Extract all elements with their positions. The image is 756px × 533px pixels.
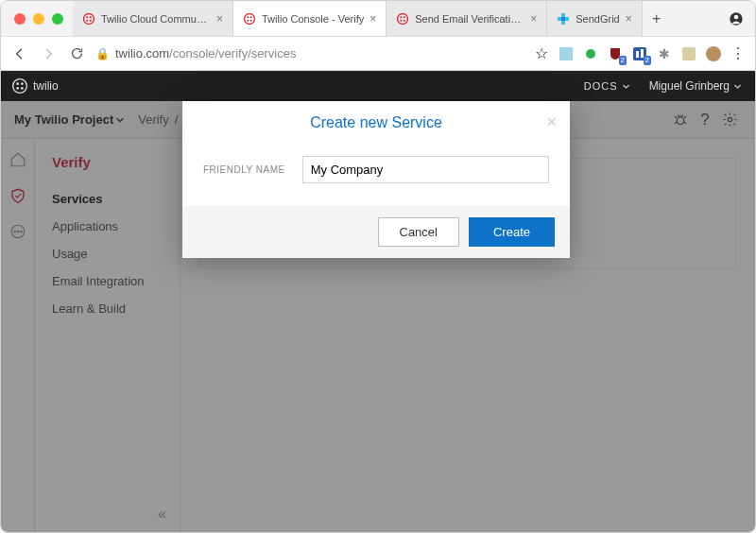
docs-link[interactable]: DOCS xyxy=(584,80,630,92)
modal-header: Create new Service × xyxy=(182,101,570,143)
friendly-name-input[interactable] xyxy=(302,156,549,183)
svg-rect-18 xyxy=(565,17,569,21)
lock-icon: 🔒 xyxy=(95,47,110,60)
close-tab-icon[interactable]: × xyxy=(530,12,537,26)
window-titlebar: Twilio Cloud Communicat × Twilio Console… xyxy=(1,1,755,37)
modal-title: Create new Service xyxy=(182,114,570,131)
browser-window: Twilio Cloud Communicat × Twilio Console… xyxy=(0,0,756,533)
svg-point-28 xyxy=(706,46,721,61)
svg-rect-25 xyxy=(636,51,639,58)
modal-body: FRIENDLY NAME xyxy=(182,143,570,206)
twilio-icon xyxy=(243,12,256,26)
svg-point-23 xyxy=(586,49,595,59)
tab-label: Send Email Verifications v xyxy=(415,13,524,25)
extension-icon[interactable]: ✱ xyxy=(657,46,672,61)
svg-rect-22 xyxy=(559,47,573,60)
tab-label: Twilio Console - Verify xyxy=(262,13,364,25)
browser-tab[interactable]: SendGrid × xyxy=(547,1,643,36)
browser-tab[interactable]: Twilio Cloud Communicat × xyxy=(73,1,233,36)
svg-point-10 xyxy=(398,13,408,24)
avatar-icon[interactable] xyxy=(706,46,721,61)
svg-rect-19 xyxy=(561,21,565,25)
extension-icon[interactable] xyxy=(583,46,598,61)
extension-icon[interactable]: 2 xyxy=(632,46,647,61)
close-tab-icon[interactable]: × xyxy=(626,12,632,26)
svg-point-1 xyxy=(86,16,88,18)
cancel-button[interactable]: Cancel xyxy=(378,217,459,247)
svg-point-5 xyxy=(245,13,255,24)
browser-tab[interactable]: Twilio Console - Verify × xyxy=(233,1,387,36)
back-button[interactable] xyxy=(10,44,29,63)
svg-point-12 xyxy=(404,16,405,18)
svg-point-7 xyxy=(250,16,252,18)
twilio-icon xyxy=(82,12,95,26)
twilio-icon xyxy=(396,12,409,26)
svg-point-30 xyxy=(16,82,19,85)
svg-point-4 xyxy=(90,19,92,21)
friendly-name-label: FRIENDLY NAME xyxy=(203,164,285,175)
svg-rect-27 xyxy=(682,47,696,60)
svg-point-21 xyxy=(734,14,739,19)
extension-icon[interactable] xyxy=(681,46,696,61)
ublock-icon[interactable]: 2 xyxy=(608,46,623,61)
profile-indicator-icon[interactable] xyxy=(717,11,755,26)
close-tab-icon[interactable]: × xyxy=(216,12,223,26)
tab-label: Twilio Cloud Communicat xyxy=(101,13,211,25)
close-tab-icon[interactable]: × xyxy=(369,12,376,26)
app-header: twilio DOCS Miguel Grinberg xyxy=(1,71,755,101)
close-window-button[interactable] xyxy=(14,13,26,25)
url-host: twilio.com xyxy=(115,46,169,60)
create-button[interactable]: Create xyxy=(469,217,555,247)
twilio-logo[interactable]: twilio xyxy=(12,78,59,94)
svg-point-9 xyxy=(250,19,252,21)
maximize-window-button[interactable] xyxy=(52,13,63,25)
tab-strip: Twilio Cloud Communicat × Twilio Console… xyxy=(73,1,717,36)
tab-label: SendGrid xyxy=(576,13,619,25)
svg-point-8 xyxy=(247,19,249,21)
svg-point-3 xyxy=(86,19,88,21)
close-modal-icon[interactable]: × xyxy=(546,112,557,132)
window-controls xyxy=(1,13,73,25)
svg-point-2 xyxy=(90,16,92,18)
sendgrid-icon xyxy=(557,12,570,26)
svg-point-11 xyxy=(400,16,402,18)
modal-footer: Cancel Create xyxy=(182,206,570,258)
svg-rect-17 xyxy=(561,17,565,21)
bookmark-icon[interactable]: ☆ xyxy=(534,46,549,61)
brand-name: twilio xyxy=(33,79,59,93)
user-name: Miguel Grinberg xyxy=(649,79,730,93)
svg-rect-15 xyxy=(558,17,561,21)
svg-point-13 xyxy=(400,19,402,21)
svg-point-29 xyxy=(13,79,27,94)
svg-point-33 xyxy=(21,87,24,90)
user-menu[interactable]: Miguel Grinberg xyxy=(649,79,742,93)
extension-icons: ☆ 2 2 ✱ ⋮ xyxy=(534,46,746,61)
svg-point-0 xyxy=(84,13,94,24)
browser-tab[interactable]: Send Email Verifications v × xyxy=(387,1,547,36)
address-bar[interactable]: 🔒 twilio.com/console/verify/services xyxy=(95,46,524,60)
create-service-modal: Create new Service × FRIENDLY NAME Cance… xyxy=(182,101,570,258)
svg-point-32 xyxy=(16,87,19,90)
kebab-menu-icon[interactable]: ⋮ xyxy=(730,46,746,61)
svg-point-6 xyxy=(247,16,249,18)
url-path: /console/verify/services xyxy=(169,46,296,60)
svg-rect-16 xyxy=(561,13,565,17)
browser-toolbar: 🔒 twilio.com/console/verify/services ☆ 2… xyxy=(1,37,755,71)
reload-button[interactable] xyxy=(67,44,86,63)
new-tab-button[interactable]: + xyxy=(643,1,671,36)
svg-point-31 xyxy=(21,82,24,85)
extension-icon[interactable] xyxy=(558,46,574,61)
docs-label: DOCS xyxy=(584,80,618,92)
svg-point-14 xyxy=(404,19,405,21)
forward-button[interactable] xyxy=(39,44,58,63)
minimize-window-button[interactable] xyxy=(33,13,44,25)
